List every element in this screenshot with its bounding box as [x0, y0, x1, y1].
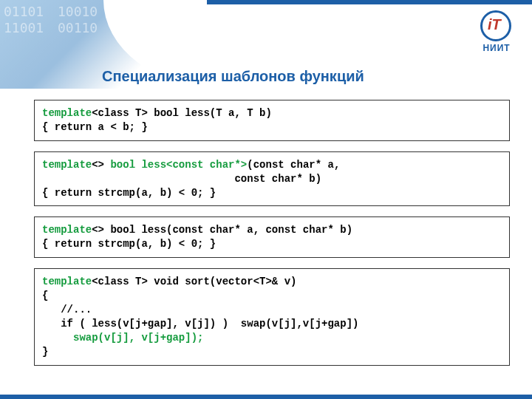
code-block-2: template<> bool less<const char*>(const …: [34, 151, 510, 207]
code-segment: bool less<const char*>: [110, 159, 247, 171]
code-block-3: template<> bool less(const char* a, cons…: [34, 216, 510, 258]
code-segment: swap(v[j], v[j+gap]);: [73, 332, 203, 344]
code-segment: template: [42, 159, 92, 171]
bottom-stripe: [0, 395, 532, 399]
code-segment: }: [42, 346, 48, 358]
code-segment: template: [42, 276, 92, 287]
code-segment: template: [42, 224, 92, 236]
code-segment: template: [42, 107, 92, 119]
logo-icon: iT: [480, 10, 513, 43]
code-block-4: template<class T> void sort(vector<T>& v…: [34, 268, 510, 365]
slide-title: Специализация шаблонов функций: [102, 68, 510, 85]
top-stripe: [207, 0, 532, 4]
code-block-1: template<class T> bool less(T a, T b) { …: [34, 100, 510, 141]
code-segment: <>: [92, 159, 110, 171]
logo: iT НИИТ: [480, 10, 513, 53]
logo-label: НИИТ: [480, 43, 513, 53]
logo-icon-text: iT: [488, 16, 501, 33]
slide-content: Специализация шаблонов функций template<…: [0, 68, 532, 376]
